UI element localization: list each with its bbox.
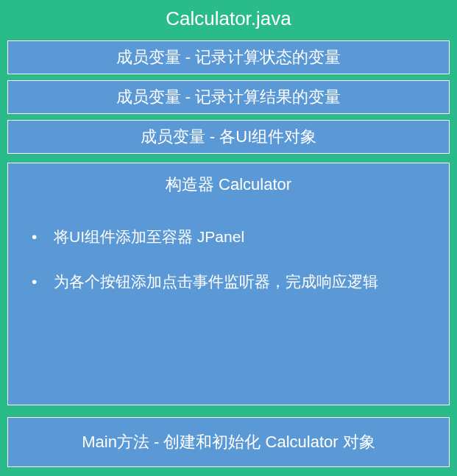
member-var-state: 成员变量 - 记录计算状态的变量 <box>7 40 450 74</box>
member-var-ui-components: 成员变量 - 各UI组件对象 <box>7 120 450 154</box>
constructor-bullet-1: 将UI组件添加至容器 JPanel <box>29 225 434 249</box>
file-title: Calculator.java <box>0 0 457 40</box>
constructor-box: 构造器 Calculator 将UI组件添加至容器 JPanel 为各个按钮添加… <box>7 163 450 405</box>
diagram-container: Calculator.java 成员变量 - 记录计算状态的变量 成员变量 - … <box>0 0 457 476</box>
member-var-result: 成员变量 - 记录计算结果的变量 <box>7 80 450 114</box>
constructor-title: 构造器 Calculator <box>23 174 434 196</box>
main-method-box: Main方法 - 创建和初始化 Calculator 对象 <box>7 417 450 467</box>
constructor-bullet-list: 将UI组件添加至容器 JPanel 为各个按钮添加点击事件监听器，完成响应逻辑 <box>23 225 434 314</box>
constructor-bullet-2: 为各个按钮添加点击事件监听器，完成响应逻辑 <box>29 270 434 294</box>
